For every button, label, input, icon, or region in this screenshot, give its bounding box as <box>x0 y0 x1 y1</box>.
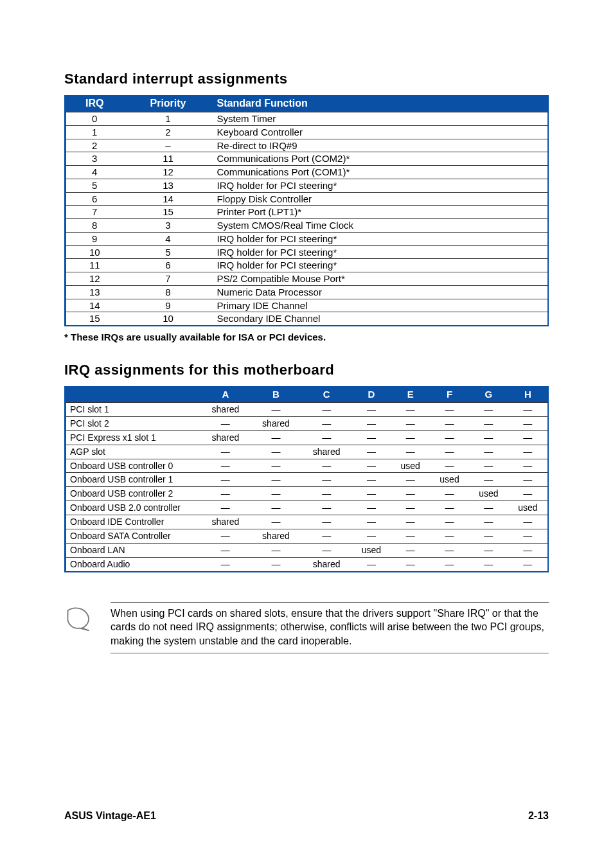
cell-value: — <box>508 487 548 501</box>
cell-value: — <box>391 529 430 544</box>
cell-function: Numeric Data Processor <box>213 285 549 299</box>
th-priority: Priority <box>123 95 213 112</box>
cell-value: — <box>251 430 301 445</box>
cell-irq: 1 <box>66 125 123 139</box>
cell-value: — <box>430 459 469 473</box>
table-row: PCI Express x1 slot 1shared——————— <box>66 430 549 445</box>
cell-value: — <box>200 543 251 557</box>
cell-value: — <box>352 430 391 445</box>
table-row: 83System CMOS/Real Time Clock <box>66 219 549 233</box>
cell-priority: 5 <box>123 245 213 259</box>
table-row: 116IRQ holder for PCI steering* <box>66 259 549 272</box>
table-row: 513IRQ holder for PCI steering* <box>66 179 549 192</box>
table-row: 412Communications Port (COM1)* <box>66 166 549 179</box>
table-row: Onboard Audio——shared————— <box>66 557 549 571</box>
cell-function: IRQ holder for PCI steering* <box>213 259 549 272</box>
cell-priority: – <box>123 139 213 152</box>
cell-irq: 2 <box>66 139 123 152</box>
cell-function: Communications Port (COM2)* <box>213 152 549 166</box>
cell-function: System CMOS/Real Time Clock <box>213 219 549 233</box>
cell-label: AGP slot <box>66 445 200 459</box>
cell-label: Onboard SATA Controller <box>66 529 200 544</box>
cell-value: — <box>301 430 352 445</box>
cell-irq: 11 <box>66 259 123 272</box>
cell-value: — <box>430 445 469 459</box>
cell-value: — <box>469 557 508 571</box>
cell-value: — <box>469 543 508 557</box>
cell-value: — <box>301 403 352 417</box>
cell-irq: 10 <box>66 245 123 259</box>
cell-label: Onboard Audio <box>66 557 200 571</box>
table-row: 715Printer Port (LPT1)* <box>66 206 549 219</box>
cell-value: — <box>352 403 391 417</box>
cell-value: — <box>430 543 469 557</box>
cell-priority: 2 <box>123 125 213 139</box>
cell-value: — <box>391 501 430 515</box>
cell-priority: 14 <box>123 192 213 206</box>
cell-value: — <box>391 515 430 529</box>
table-irq-assignments: ABCDEFGH PCI slot 1shared———————PCI slot… <box>64 386 549 572</box>
cell-value: shared <box>200 515 251 529</box>
cell-value: — <box>301 473 352 487</box>
cell-value: — <box>508 459 548 473</box>
cell-value: — <box>430 416 469 430</box>
th-function: Standard Function <box>213 95 549 112</box>
heading-standard-interrupts: Standard interrupt assignments <box>64 71 549 87</box>
cell-value: — <box>391 557 430 571</box>
note-icon <box>64 605 93 633</box>
cell-value: shared <box>251 529 301 544</box>
cell-value: — <box>200 445 251 459</box>
cell-value: — <box>469 403 508 417</box>
cell-value: — <box>352 445 391 459</box>
cell-function: IRQ holder for PCI steering* <box>213 245 549 259</box>
cell-label: PCI Express x1 slot 1 <box>66 430 200 445</box>
cell-value: — <box>469 501 508 515</box>
cell-value: — <box>301 416 352 430</box>
cell-value: — <box>508 416 548 430</box>
cell-value: — <box>251 543 301 557</box>
cell-value: shared <box>200 403 251 417</box>
table-row: AGP slot——shared————— <box>66 445 549 459</box>
cell-function: Floppy Disk Controller <box>213 192 549 206</box>
cell-function: Printer Port (LPT1)* <box>213 206 549 219</box>
footer-right: 2-13 <box>528 810 549 822</box>
cell-value: — <box>301 501 352 515</box>
table-standard-interrupts: IRQ Priority Standard Function 01System … <box>64 95 549 326</box>
cell-priority: 12 <box>123 166 213 179</box>
th-col: A <box>200 386 251 403</box>
cell-value: — <box>508 430 548 445</box>
cell-priority: 10 <box>123 312 213 326</box>
cell-priority: 1 <box>123 112 213 126</box>
cell-irq: 9 <box>66 232 123 245</box>
th-col: E <box>391 386 430 403</box>
cell-value: — <box>251 459 301 473</box>
cell-value: — <box>508 403 548 417</box>
cell-priority: 11 <box>123 152 213 166</box>
cell-value: — <box>430 557 469 571</box>
cell-irq: 15 <box>66 312 123 326</box>
table-row: 311Communications Port (COM2)* <box>66 152 549 166</box>
table-row: 1510Secondary IDE Channel <box>66 312 549 326</box>
cell-value: — <box>251 557 301 571</box>
footnote-irqs: * These IRQs are usually available for I… <box>64 332 549 342</box>
cell-value: — <box>508 473 548 487</box>
cell-priority: 13 <box>123 179 213 192</box>
table-row: 2–Re-direct to IRQ#9 <box>66 139 549 152</box>
cell-value: — <box>352 515 391 529</box>
table-row: Onboard LAN———used———— <box>66 543 549 557</box>
cell-value: — <box>200 473 251 487</box>
cell-function: Re-direct to IRQ#9 <box>213 139 549 152</box>
th-col: B <box>251 386 301 403</box>
cell-value: — <box>508 445 548 459</box>
cell-value: shared <box>200 430 251 445</box>
table-row: Onboard USB controller 1—————used—— <box>66 473 549 487</box>
cell-irq: 12 <box>66 272 123 286</box>
cell-irq: 3 <box>66 152 123 166</box>
table-row: 138Numeric Data Processor <box>66 285 549 299</box>
heading-irq-assignments: IRQ assignments for this motherboard <box>64 362 549 378</box>
cell-value: — <box>430 430 469 445</box>
table-row: 94IRQ holder for PCI steering* <box>66 232 549 245</box>
cell-value: — <box>200 416 251 430</box>
table-row: Onboard SATA Controller—shared—————— <box>66 529 549 544</box>
cell-value: — <box>200 557 251 571</box>
